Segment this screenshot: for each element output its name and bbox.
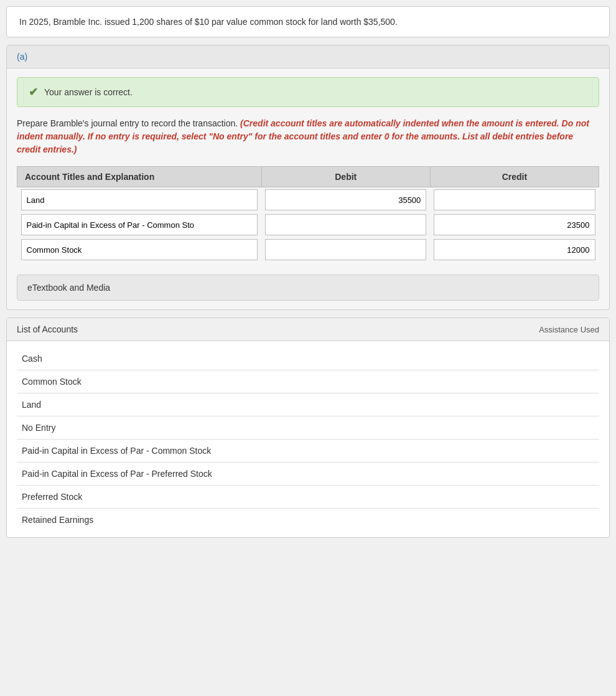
row1-credit-cell bbox=[430, 187, 599, 213]
account-item-land[interactable]: Land bbox=[17, 393, 599, 416]
etextbook-bar[interactable]: eTextbook and Media bbox=[17, 275, 599, 301]
row3-account-cell bbox=[17, 237, 262, 262]
row3-credit-input[interactable] bbox=[434, 239, 595, 260]
row2-debit-input[interactable] bbox=[265, 214, 426, 235]
header-debit: Debit bbox=[261, 167, 430, 187]
row1-credit-input[interactable] bbox=[434, 189, 595, 210]
row2-debit-cell bbox=[261, 212, 430, 237]
instructions-main: Prepare Bramble's journal entry to recor… bbox=[17, 118, 238, 128]
row2-account-input[interactable] bbox=[21, 214, 258, 235]
account-item-common-stock[interactable]: Common Stock bbox=[17, 370, 599, 393]
row1-debit-cell bbox=[261, 187, 430, 213]
row3-credit-cell bbox=[430, 237, 599, 262]
row1-debit-input[interactable] bbox=[265, 189, 426, 210]
section-body: ✔ Your answer is correct. Prepare Brambl… bbox=[7, 68, 609, 309]
row2-credit-input[interactable] bbox=[434, 214, 595, 235]
account-item-retained-earnings[interactable]: Retained Earnings bbox=[17, 509, 599, 531]
table-row bbox=[17, 212, 599, 237]
account-item-preferred-stock[interactable]: Preferred Stock bbox=[17, 486, 599, 509]
journal-table: Account Titles and Explanation Debit Cre… bbox=[17, 166, 599, 262]
header-account: Account Titles and Explanation bbox=[17, 167, 262, 187]
account-item-no-entry[interactable]: No Entry bbox=[17, 416, 599, 440]
row1-account-cell bbox=[17, 187, 262, 213]
table-row bbox=[17, 187, 599, 213]
problem-text: In 2025, Bramble Inc. issued 1,200 share… bbox=[19, 17, 398, 27]
correct-banner: ✔ Your answer is correct. bbox=[17, 77, 599, 107]
row2-credit-cell bbox=[430, 212, 599, 237]
instructions: Prepare Bramble's journal entry to recor… bbox=[17, 117, 599, 156]
header-credit: Credit bbox=[430, 167, 599, 187]
account-item-cash[interactable]: Cash bbox=[17, 347, 599, 370]
list-accounts-title: List of Accounts bbox=[17, 324, 78, 334]
section-label: (a) bbox=[17, 52, 27, 62]
row3-account-input[interactable] bbox=[21, 239, 258, 260]
section-header: (a) bbox=[7, 45, 609, 68]
assistance-used-label: Assistance Used bbox=[539, 325, 599, 334]
row1-account-input[interactable] bbox=[21, 189, 258, 210]
list-accounts-section: List of Accounts Assistance Used Cash Co… bbox=[6, 317, 610, 538]
account-item-paid-in-common[interactable]: Paid-in Capital in Excess of Par - Commo… bbox=[17, 440, 599, 463]
section-panel-a: (a) ✔ Your answer is correct. Prepare Br… bbox=[6, 45, 610, 310]
correct-message: Your answer is correct. bbox=[44, 87, 133, 97]
row3-debit-cell bbox=[261, 237, 430, 262]
table-row bbox=[17, 237, 599, 262]
list-accounts-header: List of Accounts Assistance Used bbox=[7, 318, 609, 341]
etextbook-label: eTextbook and Media bbox=[27, 283, 110, 293]
checkmark-icon: ✔ bbox=[29, 85, 38, 99]
row2-account-cell bbox=[17, 212, 262, 237]
row3-debit-input[interactable] bbox=[265, 239, 426, 260]
account-item-paid-in-preferred[interactable]: Paid-in Capital in Excess of Par - Prefe… bbox=[17, 463, 599, 486]
problem-statement: In 2025, Bramble Inc. issued 1,200 share… bbox=[6, 6, 610, 37]
accounts-list: Cash Common Stock Land No Entry Paid-in … bbox=[7, 341, 609, 537]
